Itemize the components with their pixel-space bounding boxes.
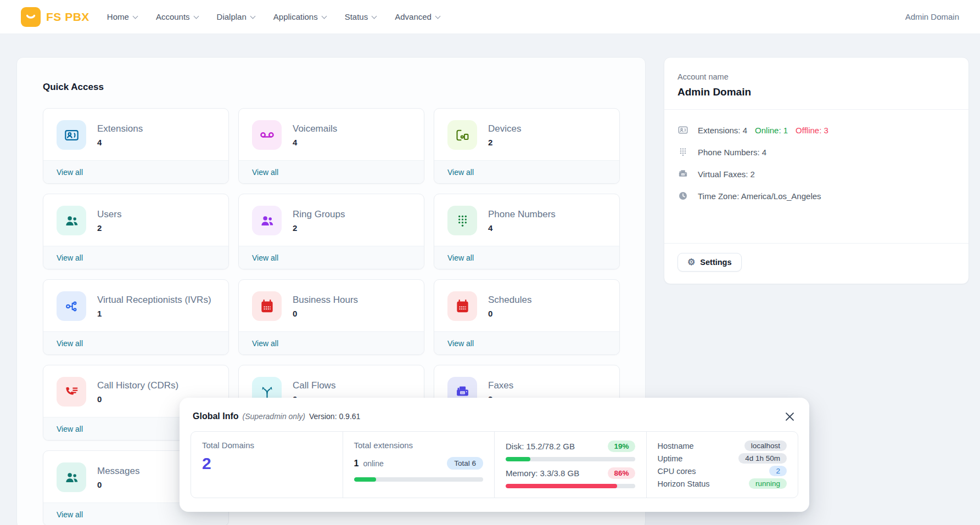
card-title: Faxes: [488, 380, 513, 391]
host-info-label: CPU cores: [658, 467, 696, 476]
memory-progress-fill: [506, 484, 617, 488]
host-info-label: Uptime: [658, 454, 683, 463]
disk-progress: [506, 457, 635, 461]
calendar-icon: [252, 291, 282, 321]
brand[interactable]: FS PBX: [21, 7, 89, 27]
chevron-down-icon: [321, 13, 327, 19]
view-all-link[interactable]: View all: [57, 425, 83, 433]
account-stat-extra: Online: 1: [755, 126, 788, 135]
card-phone-numbers: Phone Numbers 4 View all: [434, 194, 620, 269]
card-title: Call Flows: [293, 380, 335, 391]
nav-item-dialplan[interactable]: Dialplan: [217, 12, 255, 21]
card-count: 4: [293, 138, 337, 147]
chevron-down-icon: [435, 13, 440, 19]
main-nav: Home Accounts Dialplan Applications Stat…: [107, 12, 440, 21]
card-business-hours: Business Hours 0 View all: [238, 279, 424, 355]
card-users: Users 2 View all: [43, 194, 229, 269]
view-all-link[interactable]: View all: [447, 253, 474, 262]
settings-button[interactable]: ⚙ Settings: [677, 253, 742, 272]
modal-title: Global Info: [193, 411, 239, 421]
host-info-row: Hostname localhost: [658, 441, 787, 451]
card-footer: View all: [434, 331, 619, 354]
account-name-label: Account name: [677, 72, 955, 81]
host-info-label: Hostname: [658, 442, 694, 450]
settings-button-label: Settings: [700, 258, 731, 267]
account-stat-text: Phone Numbers: 4: [698, 148, 766, 157]
card-voicemails: Voicemails 4 View all: [238, 108, 424, 184]
gear-icon: ⚙: [687, 258, 695, 267]
ivr-icon: [57, 291, 86, 321]
nav-item-label: Home: [107, 12, 129, 21]
view-all-link[interactable]: View all: [252, 253, 278, 262]
total-domains-value: 2: [202, 454, 332, 473]
card-title: Business Hours: [293, 295, 358, 306]
extensions-online-value: 1: [354, 459, 359, 468]
resources-section: Disk: 15.2/78.2 GB 19% Memory: 3.3/3.8 G…: [494, 432, 646, 498]
nav-item-status[interactable]: Status: [345, 12, 377, 21]
view-all-link[interactable]: View all: [57, 339, 83, 348]
users-icon: [57, 206, 86, 235]
card-title: Devices: [488, 123, 521, 134]
chevron-down-icon: [250, 13, 255, 19]
nav-item-applications[interactable]: Applications: [273, 12, 326, 21]
extensions-progress-fill: [354, 477, 376, 482]
nav-item-label: Dialplan: [217, 12, 247, 21]
card-virtual-receptionists-ivrs: Virtual Receptionists (IVRs) 1 View all: [43, 279, 229, 355]
view-all-link[interactable]: View all: [447, 339, 474, 348]
fs-pbx-logo-icon: [21, 7, 41, 27]
nav-user-domain[interactable]: Admin Domain: [905, 12, 959, 21]
view-all-link[interactable]: View all: [252, 339, 278, 348]
card-count: 0: [293, 309, 358, 318]
close-icon[interactable]: [783, 410, 796, 422]
status-badge: 4d 1h 50m: [738, 453, 787, 464]
account-stat-extra: Offline: 3: [796, 126, 828, 135]
card-title: Users: [97, 209, 121, 220]
quick-access-title: Quick Access: [43, 82, 620, 93]
nav-item-label: Accounts: [156, 12, 190, 21]
card-title: Ring Groups: [293, 209, 345, 220]
account-stat-row: Extensions: 4 Online: 1Offline: 3: [677, 119, 955, 141]
card-title: Voicemails: [293, 123, 337, 134]
chevron-down-icon: [132, 13, 138, 19]
card-count: 2: [97, 223, 121, 233]
card-title: Messages: [97, 466, 139, 477]
view-all-link[interactable]: View all: [57, 168, 83, 177]
account-stat-row: Virtual Faxes: 2: [677, 163, 955, 185]
card-count: 2: [488, 138, 521, 147]
account-stat-text: Virtual Faxes: 2: [698, 170, 755, 179]
card-count: 0: [97, 394, 178, 404]
nav-item-home[interactable]: Home: [107, 12, 137, 21]
card-footer: View all: [239, 331, 424, 354]
extensions-progress: [354, 477, 484, 482]
host-info-row: CPU cores 2: [658, 466, 787, 476]
memory-label: Memory: 3.3/3.8 GB: [506, 468, 579, 478]
extensions-online-label: online: [363, 459, 383, 468]
card-title: Schedules: [488, 295, 531, 306]
host-info-section: Hostname localhost Uptime 4d 1h 50m CPU …: [646, 432, 798, 498]
view-all-link[interactable]: View all: [57, 510, 83, 519]
disk-progress-fill: [506, 457, 530, 461]
call-history-icon: [57, 377, 86, 407]
memory-progress: [506, 484, 635, 488]
host-info-row: Horizon Status running: [658, 478, 787, 489]
chevron-down-icon: [193, 13, 199, 19]
users-icon: [57, 462, 86, 492]
card-count: 2: [293, 223, 345, 233]
extensions-total-badge: Total 6: [447, 457, 483, 470]
clock-icon: [677, 190, 688, 201]
host-info-label: Horizon Status: [658, 479, 710, 488]
modal-version: Version: 0.9.61: [309, 412, 360, 421]
card-title: Virtual Receptionists (IVRs): [97, 295, 211, 306]
nav-item-advanced[interactable]: Advanced: [395, 12, 440, 21]
top-navbar: FS PBX Home Accounts Dialplan Applicatio…: [0, 0, 980, 34]
account-stat-text: Time Zone: America/Los_Angeles: [698, 191, 821, 201]
card-extensions: Extensions 4 View all: [43, 108, 229, 184]
nav-item-label: Advanced: [395, 12, 432, 21]
view-all-link[interactable]: View all: [252, 168, 278, 177]
view-all-link[interactable]: View all: [57, 253, 83, 262]
nav-item-accounts[interactable]: Accounts: [156, 12, 198, 21]
global-info-modal: Global Info (Superadmin only) Version: 0…: [180, 398, 809, 512]
view-all-link[interactable]: View all: [447, 168, 474, 177]
card-title: Phone Numbers: [488, 209, 556, 220]
card-footer: View all: [43, 331, 228, 354]
